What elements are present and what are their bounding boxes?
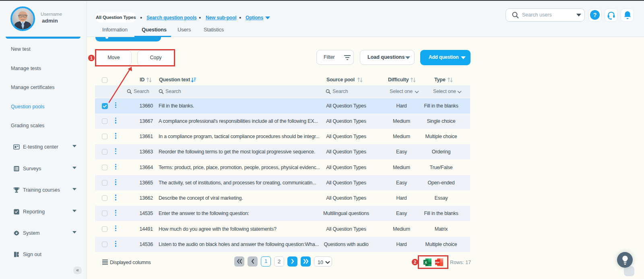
svg-text:PDF: PDF [436,261,440,264]
svg-text:X: X [425,260,427,265]
